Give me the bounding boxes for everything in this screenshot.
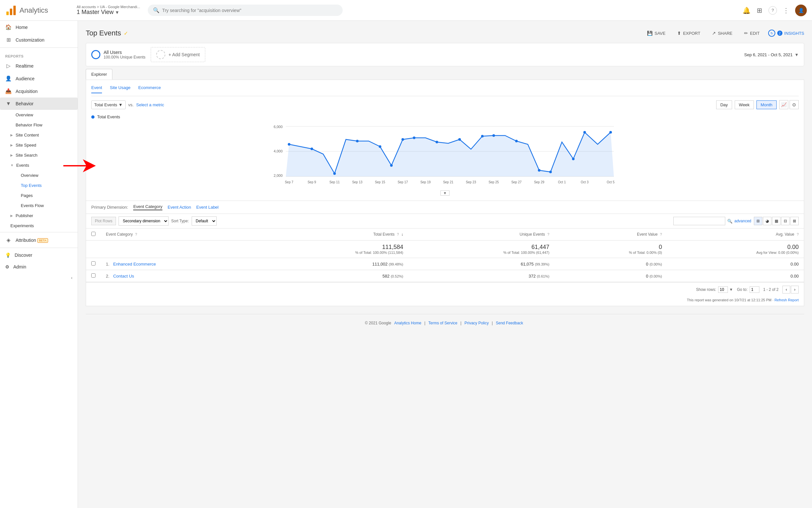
sidebar-item-behavior[interactable]: ▼ Behavior xyxy=(0,97,78,110)
line-chart-icon[interactable]: 📈 xyxy=(779,100,788,109)
master-view-selector[interactable]: 1 Master View ▼ xyxy=(77,9,140,15)
sidebar-sub-events-overview[interactable]: Overview xyxy=(0,170,78,180)
export-button[interactable]: ⬆ EXPORT xyxy=(674,29,704,38)
select-metric-link[interactable]: Select a metric xyxy=(136,102,164,107)
plot-rows-button: Plot Rows xyxy=(91,217,116,225)
sort-type-select[interactable]: Default xyxy=(192,216,217,225)
next-page-button[interactable]: › xyxy=(791,286,799,294)
row-1-unique-events: 61,075 (99.39%) xyxy=(408,258,555,270)
sidebar-parent-events[interactable]: ▼ Events xyxy=(0,160,78,170)
sidebar-sub-events-flow[interactable]: Events Flow xyxy=(0,201,78,211)
share-button[interactable]: ↗ SHARE xyxy=(709,29,736,38)
date-range-picker[interactable]: Sep 6, 2021 - Oct 5, 2021 ▼ xyxy=(744,52,799,57)
sidebar-sub-top-events[interactable]: Top Events xyxy=(0,180,78,190)
header-actions: 🔔 ⊞ ? ⋮ 👤 xyxy=(743,5,807,16)
save-button[interactable]: 💾 SAVE xyxy=(644,29,669,38)
search-input[interactable] xyxy=(162,8,337,13)
analytics-home-link[interactable]: Analytics Home xyxy=(394,321,421,325)
sidebar-sub-pages[interactable]: Pages xyxy=(0,190,78,201)
help-icon-value: ? xyxy=(660,232,662,236)
sidebar-item-attribution[interactable]: ◈ AttributionBETA xyxy=(0,234,78,246)
advanced-link[interactable]: advanced xyxy=(734,219,751,223)
tab-ecommerce[interactable]: Ecommerce xyxy=(138,85,161,93)
sidebar-collapse-button[interactable]: ‹ xyxy=(0,273,78,283)
edit-button[interactable]: ✏ EDIT xyxy=(741,29,763,38)
privacy-link[interactable]: Privacy Policy xyxy=(465,321,489,325)
sidebar-item-customization[interactable]: ⊞ Customization xyxy=(0,34,78,46)
sidebar-parent-site-speed[interactable]: ▶ Site Speed xyxy=(0,140,78,150)
rows-dropdown-icon[interactable]: ▼ xyxy=(729,287,733,292)
row-1-category-link[interactable]: Enhanced Ecommerce xyxy=(113,262,156,266)
table-search-icon[interactable]: 🔍 xyxy=(727,219,732,224)
custom-view-icon[interactable]: ⊠ xyxy=(790,217,799,225)
sidebar-item-admin[interactable]: ⚙ Admin xyxy=(0,261,78,273)
motion-chart-icon[interactable]: ⊙ xyxy=(790,100,799,109)
event-value-total: 0 xyxy=(560,244,662,251)
help-icon-avg: ? xyxy=(797,232,799,236)
chart-svg-container: 6,000 4,000 2,000 xyxy=(91,123,799,195)
row-2-total-events: 582 (0.52%) xyxy=(257,270,409,282)
more-icon[interactable]: ⋮ xyxy=(782,6,790,14)
chart-collapse-handle[interactable]: ▼ xyxy=(91,190,799,195)
sidebar-parent-site-content[interactable]: ▶ Site Content xyxy=(0,130,78,140)
sidebar-item-realtime[interactable]: ▷ Realtime xyxy=(0,59,78,72)
sort-down-icon[interactable]: ↓ xyxy=(401,232,403,237)
pie-view-icon[interactable]: ◕ xyxy=(763,217,771,225)
grid-icon[interactable]: ⊞ xyxy=(756,6,763,14)
account-selector[interactable]: All accounts > UA - Google Merchandi... … xyxy=(77,5,140,15)
table-view-icon[interactable]: ⊞ xyxy=(754,217,762,225)
tab-explorer[interactable]: Explorer xyxy=(86,69,112,80)
sort-type-label: Sort Type: xyxy=(171,219,189,223)
refresh-report-link[interactable]: Refresh Report xyxy=(774,298,799,302)
svg-text:Sep 11: Sep 11 xyxy=(329,180,340,184)
sidebar-sub-behavior-flow[interactable]: Behavior Flow xyxy=(0,120,78,130)
sidebar-sub-experiments[interactable]: Experiments xyxy=(0,221,78,231)
feedback-link[interactable]: Send Feedback xyxy=(496,321,523,325)
all-users-segment[interactable]: All Users 100.00% Unique Events xyxy=(91,47,145,62)
select-all-checkbox[interactable] xyxy=(91,232,95,236)
metric-dropdown[interactable]: Total Events ▼ xyxy=(91,100,126,109)
dim-event-category[interactable]: Event Category xyxy=(133,204,162,210)
add-segment-button[interactable]: + Add Segment xyxy=(151,47,205,62)
help-icon[interactable]: ? xyxy=(768,6,777,15)
notifications-icon[interactable]: 🔔 xyxy=(743,6,750,14)
dim-event-label[interactable]: Event Label xyxy=(196,205,219,210)
rows-count-input[interactable] xyxy=(718,286,728,293)
pivot-view-icon[interactable]: ⊟ xyxy=(781,217,790,225)
user-avatar[interactable]: 👤 xyxy=(795,5,807,16)
tab-event[interactable]: Event xyxy=(91,85,102,93)
admin-icon: ⚙ xyxy=(5,264,9,269)
sidebar-item-acquisition[interactable]: 📥 Acquisition xyxy=(0,85,78,97)
row-2-checkbox[interactable] xyxy=(91,273,95,278)
terms-link[interactable]: Terms of Service xyxy=(428,321,457,325)
sidebar-item-discover[interactable]: 💡 Discover xyxy=(0,249,78,261)
table-row: 2. Contact Us 582 (0.52%) 372 (0.61%) xyxy=(86,270,804,282)
page-actions: 💾 SAVE ⬆ EXPORT ↗ SHARE ✏ EDIT ↻ xyxy=(644,29,804,38)
week-button[interactable]: Week xyxy=(735,100,754,109)
sidebar-parent-site-search[interactable]: ▶ Site Search xyxy=(0,150,78,160)
insights-button[interactable]: ↻ 2 INSIGHTS xyxy=(768,30,804,37)
month-button[interactable]: Month xyxy=(757,100,777,109)
sidebar-parent-publisher[interactable]: ▶ Publisher xyxy=(0,211,78,221)
sidebar-item-audience[interactable]: 👤 Audience xyxy=(0,72,78,85)
search-bar[interactable]: 🔍 xyxy=(148,5,343,16)
tab-site-usage[interactable]: Site Usage xyxy=(110,85,131,93)
bar-view-icon[interactable]: ▦ xyxy=(772,217,780,225)
prev-page-button[interactable]: ‹ xyxy=(782,286,790,294)
search-icon: 🔍 xyxy=(153,7,159,13)
report-footer: This report was generated on 10/7/21 at … xyxy=(86,297,804,306)
svg-point-13 xyxy=(379,145,381,148)
secondary-dimension-select[interactable]: Secondary dimension xyxy=(118,216,169,225)
sidebar-sub-overview[interactable]: Overview xyxy=(0,110,78,120)
dim-event-action[interactable]: Event Action xyxy=(168,205,191,210)
row-1-total-pct: (99.48%) xyxy=(389,262,403,266)
svg-text:Sep 23: Sep 23 xyxy=(466,180,476,184)
row-1-checkbox[interactable] xyxy=(91,261,95,265)
sidebar-item-home[interactable]: 🏠 Home xyxy=(0,21,78,34)
svg-point-12 xyxy=(356,140,359,142)
table-search-input[interactable] xyxy=(673,217,725,225)
unique-events-pct: % of Total: 100.00% (61,447) xyxy=(414,251,549,254)
row-2-category-link[interactable]: Contact Us xyxy=(113,274,134,279)
go-to-input[interactable] xyxy=(750,286,759,293)
day-button[interactable]: Day xyxy=(716,100,732,109)
